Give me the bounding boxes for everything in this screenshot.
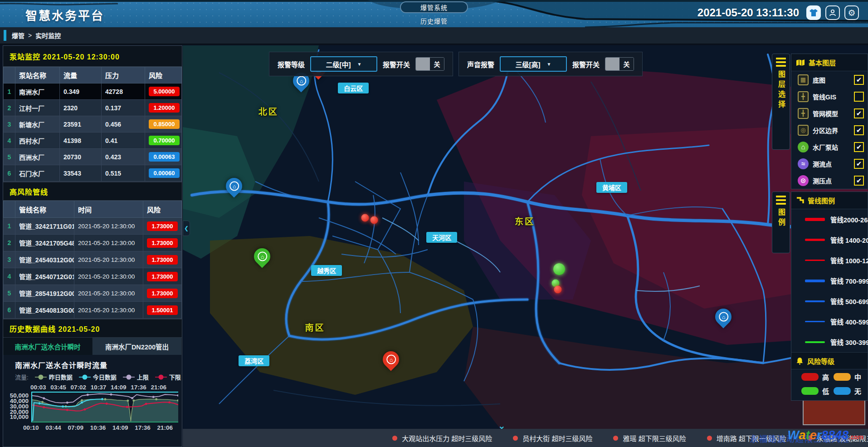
map-region-label: 南区	[305, 321, 325, 333]
map-marker[interactable]	[361, 214, 369, 222]
layer-row: ╋ 管网模型 ✔	[791, 105, 868, 122]
gis-map[interactable]: 北区 白云区 东区 黄埔区 天河区 越秀区 南区 荔湾区 ⌂ ⌂ ⌂	[183, 45, 868, 429]
table-row[interactable]: 1 南洲水厂 0.349 42728 5.00000	[4, 84, 182, 100]
pipe-name: 管道_28541912G005	[15, 285, 74, 302]
pipe-color-swatch	[805, 239, 825, 241]
table-row[interactable]: 1 管道_32421711G011 2021-05-20 12:30:00 1.…	[4, 218, 182, 235]
pump-section-title: 泵站监控 2021-05-20 12:30:00	[3, 46, 182, 67]
nav-item-history-burst[interactable]: 历史爆管	[420, 16, 448, 25]
risk-badge: 0.70000	[149, 136, 180, 145]
map-marker[interactable]	[370, 216, 378, 224]
chevron-down-icon: ▼	[357, 62, 362, 67]
layer-label: 水厂泵站	[813, 142, 850, 152]
user-icon[interactable]	[825, 5, 840, 20]
map-marker[interactable]: ⌂	[383, 351, 399, 368]
map-region-label: 荔湾区	[239, 355, 269, 366]
pipe-legend-row: 管线 1400-2000	[791, 230, 868, 250]
system-tab-burst-pipe[interactable]: 爆管系统	[400, 1, 468, 13]
col-risk: 风险	[143, 201, 182, 218]
alert-dot-icon	[392, 436, 397, 441]
pump-pressure: 42728	[102, 84, 145, 100]
legend-item[interactable]: 昨日数据	[35, 373, 73, 381]
layer-checkbox[interactable]: ✔	[854, 176, 864, 186]
legend-tab[interactable]: 图例	[772, 192, 790, 253]
layer-selector-tab[interactable]: 图层选择	[772, 54, 790, 150]
high-risk-pipeline-table: 管线名称 时间 风险 1 管道_32421711G011 2021-05-20 …	[3, 201, 182, 319]
pipe-color-swatch	[805, 321, 825, 322]
chart-plot	[31, 392, 178, 422]
table-row[interactable]: 5 管道_28541912G005 2021-05-20 12:30:00 1.…	[4, 285, 182, 302]
layer-row: ◎ 分区边界 ✔	[791, 122, 868, 138]
alarm-toggle[interactable]: 关	[415, 57, 444, 71]
ticker-alert-item[interactable]: 永福路 波动超限三级风险	[807, 433, 868, 443]
risk-badge: 1.73000	[147, 221, 178, 231]
table-row[interactable]: 2 管道_32421705G489 2021-05-20 12:30:00 1.…	[4, 235, 182, 251]
ticker-alert-item[interactable]: 大观站出水压力 超时三级风险	[392, 433, 492, 443]
pipe-name: 管道_24540712G017	[15, 268, 74, 285]
alarm-switch-label: 报警开关	[383, 59, 410, 69]
table-row[interactable]: 4 西村水厂 41398 0.41 0.70000	[4, 133, 182, 149]
layer-checkbox[interactable]: ✔	[854, 159, 864, 169]
layer-checkbox[interactable]: ✔	[854, 92, 864, 102]
alarm-level-select[interactable]: 三级[高] ▼	[500, 56, 567, 72]
pump-flow: 2320	[60, 100, 102, 116]
theme-icon[interactable]	[806, 5, 821, 20]
alarm-toggle[interactable]: 关	[605, 57, 634, 71]
history-chart-tab[interactable]: 南洲水厂DN2200管出	[93, 338, 182, 355]
layer-checkbox[interactable]: ✔	[854, 108, 864, 118]
table-header-row: 泵站名称 流量 压力 风险	[4, 67, 182, 84]
alert-text: 永福路 波动超限三级风险	[817, 433, 868, 443]
breadcrumb-separator: >	[28, 32, 32, 39]
pipe-legend-label: 管线 300-399	[830, 337, 868, 347]
legend-item[interactable]: 下限	[155, 373, 181, 381]
map-marker[interactable]: ⌂	[254, 248, 270, 265]
layer-checkbox[interactable]: ✔	[854, 125, 864, 135]
ticker-alert-item[interactable]: 雅瑶 超下限三级风险	[613, 433, 686, 443]
table-row[interactable]: 3 新塘水厂 23591 0.456 0.85000	[4, 116, 182, 133]
ticker-alert-item[interactable]: 员村大街 超时三级风险	[513, 433, 592, 443]
settings-gear-icon[interactable]: ⚙	[844, 5, 859, 20]
history-chart-tab[interactable]: 南洲水厂送水合计瞬时	[3, 338, 93, 355]
table-row[interactable]: 6 管道_24540813G008 2021-05-20 12:30:00 1.…	[4, 302, 182, 319]
pipe-risk-cell: 1.73000	[143, 285, 182, 302]
layer-icon: ≈	[798, 158, 809, 169]
layer-icon: ⌂	[798, 142, 809, 152]
pipe-legend-label: 管线 1400-2000	[830, 235, 868, 245]
pipe-icon	[796, 197, 804, 204]
panel-collapse-arrow[interactable]: ❮	[183, 221, 190, 236]
pipe-legend-label: 管线 1000-1200	[830, 255, 868, 265]
risk-badge: 1.73000	[147, 272, 178, 281]
table-row[interactable]: 5 西洲水厂 20730 0.423 0.00063	[4, 149, 182, 165]
table-row[interactable]: 3 管道_24540312G002 2021-05-20 12:30:00 1.…	[4, 251, 182, 268]
map-region-label: 北区	[258, 105, 278, 117]
layer-checkbox[interactable]: ✔	[854, 142, 864, 152]
alert-text: 雅瑶 超下限三级风险	[623, 433, 686, 443]
pipe-legend-row: 管线 500-699	[791, 291, 868, 311]
map-expand-chevron[interactable]: ⌄	[498, 423, 506, 428]
pump-name: 江村一厂	[15, 100, 60, 116]
risk-badge: 1.20000	[149, 103, 180, 113]
map-marker[interactable]	[553, 263, 565, 275]
alert-text: 增南路 超下限一级风险	[717, 433, 786, 443]
alarm-level-select[interactable]: 二级[中] ▼	[310, 56, 377, 72]
risk-color-pill	[801, 387, 819, 395]
pump-flow: 20730	[60, 149, 102, 165]
layer-checkbox[interactable]: ✔	[854, 75, 864, 85]
legend-item[interactable]: 上限	[123, 373, 149, 381]
table-row[interactable]: 6 石门水厂 33543 0.515 0.00060	[4, 165, 182, 182]
map-marker[interactable]: ⌂	[715, 309, 731, 325]
pump-pressure: 0.456	[102, 116, 145, 133]
pump-pressure: 0.41	[102, 133, 145, 149]
legend-item[interactable]: 今日数据	[79, 373, 117, 381]
map-marker[interactable]: ⌂	[226, 178, 242, 194]
risk-level-label: 低	[822, 386, 829, 396]
map-marker[interactable]	[554, 286, 561, 294]
pipe-color-swatch	[805, 218, 825, 221]
ticker-alert-item[interactable]: 增南路 超下限一级风险	[707, 433, 786, 443]
x-axis-bottom-labels: 00:1003:4407:0910:3614:0917:3621:06	[23, 424, 173, 431]
breadcrumb-root[interactable]: 爆管	[12, 31, 24, 40]
table-row[interactable]: 4 管道_24540712G017 2021-05-20 12:30:00 1.…	[4, 268, 182, 285]
table-row[interactable]: 2 江村一厂 2320 0.137 1.20000	[4, 100, 182, 116]
risk-color-pill	[834, 373, 851, 381]
plant-icon: ⌂	[719, 312, 728, 322]
